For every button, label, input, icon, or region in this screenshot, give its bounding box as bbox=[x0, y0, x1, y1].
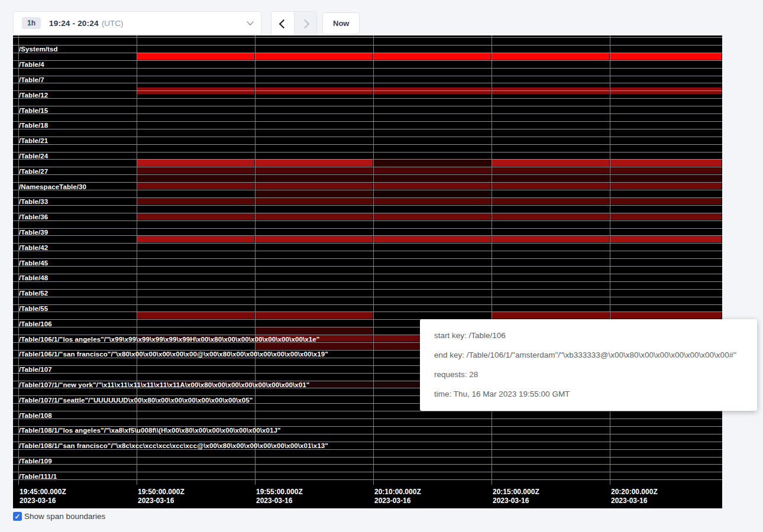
heatmap-cell bbox=[610, 53, 722, 60]
span-boundary-line bbox=[13, 174, 722, 175]
prev-time-button[interactable] bbox=[271, 12, 294, 35]
time-tick: 19:55:00.000Z2023-03-16 bbox=[256, 488, 303, 505]
time-tick: 19:45:00.000Z2023-03-16 bbox=[20, 488, 66, 505]
heatmap-cell bbox=[374, 175, 491, 181]
span-boundary-line bbox=[13, 53, 722, 53]
timezone-text: (UTC) bbox=[102, 19, 124, 28]
time-grid-line bbox=[137, 35, 137, 485]
span-label: /Table/106/1/"los angeles"/"\x99\x99\x99… bbox=[19, 336, 319, 343]
tooltip-end-key: end key: /Table/106/1/"amsterdam"/"\xb33… bbox=[434, 349, 743, 361]
span-boundary-line bbox=[13, 159, 722, 160]
span-boundary-line bbox=[13, 297, 722, 297]
heatmap-cell bbox=[137, 312, 254, 319]
time-tick-time: 19:55:00.000Z bbox=[256, 488, 303, 497]
show-span-boundaries-label[interactable]: Show span boundaries bbox=[24, 512, 105, 521]
span-label: /Table/52 bbox=[19, 290, 48, 297]
heatmap-cell bbox=[137, 236, 254, 242]
span-label: /Table/18 bbox=[19, 122, 48, 129]
tooltip-time: time: Thu, 16 Mar 2023 19:55:00 GMT bbox=[434, 388, 743, 400]
span-boundary-line bbox=[13, 464, 722, 465]
span-label: /Table/108/1/"los angeles"/"\xa8\xf5\u00… bbox=[19, 427, 281, 434]
span-label: /Table/106/1/"san francisco"/"\x80\x00\x… bbox=[19, 351, 328, 358]
span-label: /System/tsd bbox=[19, 46, 58, 53]
time-grid-line bbox=[610, 35, 610, 485]
heatmap-cell bbox=[374, 167, 491, 174]
span-boundary-line bbox=[13, 37, 722, 38]
heatmap-cell bbox=[137, 183, 254, 189]
heatmap-cell bbox=[137, 213, 254, 220]
heatmap-cell bbox=[256, 213, 373, 220]
heatmap-cell bbox=[137, 160, 254, 166]
check-icon: ✓ bbox=[14, 513, 20, 520]
span-label: /Table/24 bbox=[19, 153, 48, 160]
span-label: /Table/48 bbox=[19, 274, 48, 281]
heatmap-cell bbox=[374, 190, 491, 197]
span-label: /Table/109 bbox=[19, 458, 52, 465]
span-boundary-line bbox=[13, 113, 722, 114]
heatmap-cell bbox=[256, 167, 373, 174]
time-tick-date: 2023-03-16 bbox=[611, 497, 658, 505]
time-tick: 20:15:00.000Z2023-03-16 bbox=[493, 488, 539, 505]
span-boundary-line bbox=[13, 106, 722, 106]
span-boundary-line bbox=[13, 457, 722, 458]
heatmap-cell bbox=[256, 343, 373, 349]
span-label: /Table/33 bbox=[19, 198, 48, 205]
span-boundary-line bbox=[13, 312, 722, 312]
span-boundary-line bbox=[13, 266, 722, 267]
time-tick-date: 2023-03-16 bbox=[374, 497, 421, 505]
span-boundary-line bbox=[13, 281, 722, 282]
heatmap-cell bbox=[374, 236, 491, 242]
span-boundary-line bbox=[13, 60, 722, 61]
time-range-text: 19:24 - 20:24 bbox=[49, 19, 99, 28]
span-boundary-line bbox=[13, 68, 722, 69]
heatmap-cell bbox=[492, 53, 609, 60]
next-time-button[interactable] bbox=[294, 12, 316, 35]
show-span-boundaries-checkbox[interactable]: ✓ bbox=[13, 512, 22, 521]
span-boundary-line bbox=[13, 83, 722, 83]
time-range-select[interactable]: 1h 19:24 - 20:24 (UTC) bbox=[13, 11, 261, 35]
now-button[interactable]: Now bbox=[322, 12, 360, 34]
heatmap-cell bbox=[492, 160, 609, 166]
heatmap-cell bbox=[256, 183, 373, 189]
span-boundary-line bbox=[13, 121, 722, 122]
heatmap-cell bbox=[610, 183, 722, 189]
span-label: /Table/7 bbox=[19, 76, 44, 83]
time-tick: 20:10:00.000Z2023-03-16 bbox=[374, 488, 421, 505]
span-boundary-line bbox=[13, 152, 722, 153]
heatmap-cell bbox=[137, 198, 254, 205]
time-nav-group bbox=[271, 11, 317, 36]
span-label: /Table/15 bbox=[19, 107, 48, 114]
time-tick-date: 2023-03-16 bbox=[493, 497, 539, 505]
span-label: /Table/55 bbox=[19, 305, 48, 312]
heatmap-cell bbox=[256, 327, 373, 334]
span-boundary-line bbox=[13, 243, 722, 244]
heatmap-cell bbox=[492, 167, 609, 174]
span-label: /Table/107/1/"new york"/"\x11\x11\x11\x1… bbox=[19, 381, 309, 388]
heatmap-cell bbox=[492, 213, 609, 220]
heatmap-cell bbox=[256, 160, 373, 166]
span-boundary-line bbox=[13, 274, 722, 274]
span-boundary-line bbox=[13, 258, 722, 259]
tooltip-requests: requests: 28 bbox=[434, 369, 743, 381]
span-label: /Table/45 bbox=[19, 259, 48, 267]
span-boundary-line bbox=[13, 129, 722, 129]
key-visualizer-canvas[interactable]: /System/tsd/Table/4/Table/7/Table/12/Tab… bbox=[13, 35, 722, 508]
time-tick-time: 20:10:00.000Z bbox=[374, 488, 421, 497]
span-boundary-line bbox=[13, 76, 722, 76]
heatmap-cell bbox=[610, 236, 722, 242]
heatmap-cell bbox=[374, 160, 491, 166]
chevron-down-icon bbox=[247, 18, 253, 25]
time-grid-line bbox=[492, 35, 492, 485]
span-label: /Table/108 bbox=[19, 412, 52, 419]
time-grid-line bbox=[373, 35, 374, 485]
span-boundary-line bbox=[13, 137, 722, 137]
span-boundary-line bbox=[13, 472, 722, 472]
heatmap-cell bbox=[374, 53, 491, 60]
span-boundary-line bbox=[13, 235, 722, 236]
span-label: /Table/107 bbox=[19, 366, 52, 373]
time-tick-time: 19:50:00.000Z bbox=[138, 488, 185, 497]
span-label: /Table/21 bbox=[19, 137, 48, 144]
span-label: /Table/12 bbox=[19, 92, 48, 99]
heatmap-cell bbox=[256, 312, 373, 319]
heatmap-cell bbox=[610, 167, 722, 174]
